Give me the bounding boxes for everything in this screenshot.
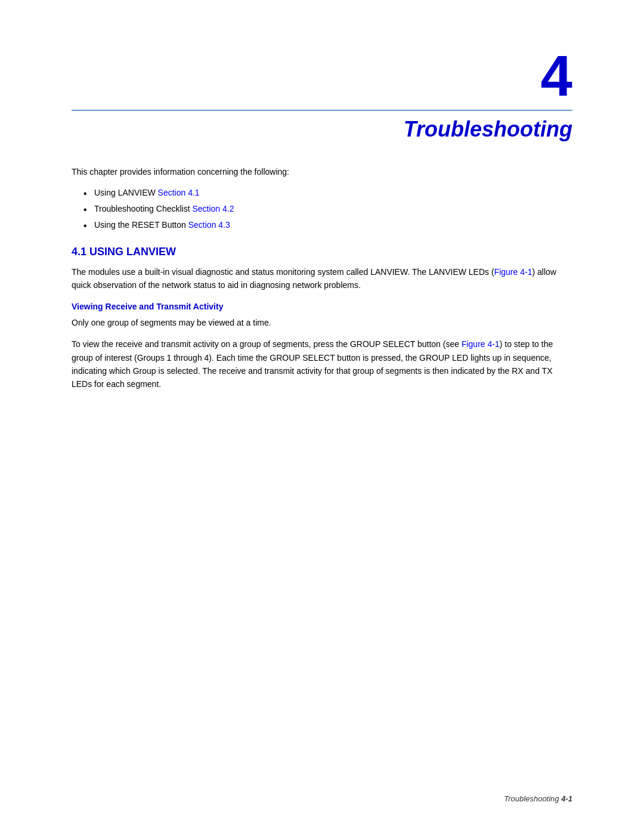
footer-page: 4-1	[561, 794, 572, 803]
chapter-number: 4	[72, 48, 572, 105]
list-item: Using the RESET Button Section 4.3	[83, 219, 572, 231]
bullet-item-label-1: Using LANVIEW	[94, 188, 158, 197]
chapter-divider	[72, 110, 572, 111]
list-item: Using LANVIEW Section 4.1	[83, 187, 572, 199]
page: 4 Troubleshooting This chapter provides …	[0, 0, 644, 833]
body-text-pre: The modules use a built-in visual diagno…	[72, 267, 494, 277]
bullet-list: Using LANVIEW Section 4.1 Troubleshootin…	[72, 187, 572, 231]
footer: Troubleshooting 4-1	[504, 794, 572, 803]
intro-text: This chapter provides information concer…	[72, 166, 572, 178]
section-4-1-heading: 4.1 USING LANVIEW	[72, 246, 572, 258]
footer-label: Troubleshooting	[504, 794, 559, 803]
section-4-3-link[interactable]: Section 4.3	[188, 220, 230, 230]
subsection-text-2: To view the receive and transmit activit…	[72, 337, 572, 391]
subsection-text-2-pre: To view the receive and transmit activit…	[72, 339, 462, 349]
section-4-1-link[interactable]: Section 4.1	[158, 188, 200, 197]
bullet-item-label-2: Troubleshooting Checklist	[94, 204, 192, 213]
subsection-heading: Viewing Receive and Transmit Activity	[72, 302, 572, 311]
subsection-text-1: Only one group of segments may be viewed…	[72, 316, 572, 329]
chapter-title: Troubleshooting	[72, 117, 572, 142]
bullet-item-label-3: Using the RESET Button	[94, 220, 188, 230]
list-item: Troubleshooting Checklist Section 4.2	[83, 203, 572, 215]
figure-4-1-link-1[interactable]: Figure 4-1	[494, 267, 532, 277]
figure-4-1-link-2[interactable]: Figure 4-1	[462, 339, 500, 349]
section-4-2-link[interactable]: Section 4.2	[192, 204, 234, 213]
section-4-1-body: The modules use a built-in visual diagno…	[72, 265, 572, 292]
